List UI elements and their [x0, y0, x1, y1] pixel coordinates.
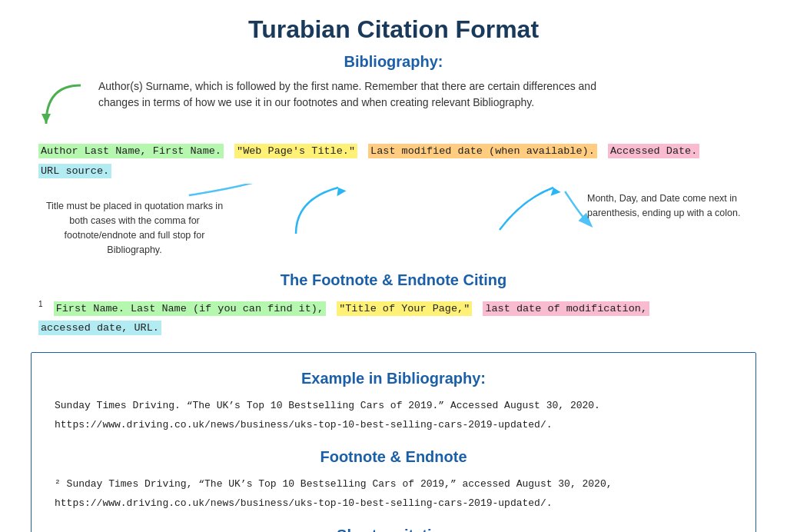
- fn-name-highlight: First Name. Last Name (if you can find i…: [54, 301, 326, 316]
- example-bib-line-1: Sunday Times Driving. “The UK’s Top 10 B…: [55, 397, 732, 414]
- author-name-highlight: Author Last Name, First Name.: [38, 144, 224, 158]
- shorter-citation-title: Shorter citation: [55, 527, 732, 532]
- example-box: Example in Bibliography: Sunday Times Dr…: [31, 352, 756, 532]
- example-bib-text: Sunday Times Driving. “The UK’s Top 10 B…: [55, 397, 732, 434]
- svg-marker-0: [42, 114, 51, 124]
- example-footnote-text: ² Sunday Times Driving, “The UK’s Top 10…: [55, 475, 732, 513]
- bibliography-desc-area: Author(s) Surname, which is followed by …: [31, 78, 756, 135]
- page-title: Turabian Citation Format: [31, 15, 756, 44]
- footnote-format-section: 1 First Name. Last Name (if you can find…: [31, 297, 756, 338]
- arrows-svg: [223, 184, 607, 257]
- bibliography-description: Author(s) Surname, which is followed by …: [98, 78, 621, 111]
- fn-accessed-highlight: accessed date, URL.: [38, 321, 161, 335]
- bibliography-section: Bibliography: Author(s) Surname, which i…: [31, 53, 756, 261]
- example-footnote-title: Footnote & Endnote: [55, 448, 732, 466]
- example-bib-title: Example in Bibliography:: [55, 370, 732, 387]
- footnote-section: The Footnote & Endnote Citing 1 First Na…: [31, 271, 756, 338]
- web-title-highlight: "Web Page's Title.": [234, 144, 357, 158]
- modified-date-highlight: Last modified date (when available).: [368, 144, 597, 158]
- annotation-right: Month, Day, and Date come next in parent…: [587, 191, 749, 221]
- bibliography-format-section: Author Last Name, First Name. "Web Page'…: [31, 141, 756, 181]
- example-footnote-line-2: https://www.driving.co.uk/news/business/…: [55, 494, 732, 512]
- bibliography-title: Bibliography:: [31, 53, 756, 71]
- svg-marker-3: [548, 186, 560, 196]
- page-header: Turabian Citation Format: [31, 15, 756, 44]
- url-source-highlight: URL source.: [38, 164, 111, 178]
- svg-marker-2: [334, 185, 347, 197]
- annotation-left: Title must be placed in quotation marks …: [38, 199, 231, 257]
- annotations-container: Title must be placed in quotation marks …: [38, 184, 749, 261]
- page-container: Turabian Citation Format Bibliography: A…: [31, 15, 756, 532]
- green-arrow-icon: [38, 81, 92, 135]
- fn-modification-highlight: last date of modification,: [483, 301, 649, 316]
- example-footnote-line-1: ² Sunday Times Driving, “The UK’s Top 10…: [55, 475, 732, 493]
- bibliography-format-row: Author Last Name, First Name. "Web Page'…: [38, 141, 749, 181]
- fn-space: [49, 301, 54, 316]
- example-bib-line-2: https://www.driving.co.uk/news/business/…: [55, 416, 732, 434]
- footnote-format-row: 1 First Name. Last Name (if you can find…: [38, 297, 749, 338]
- footnote-title: The Footnote & Endnote Citing: [31, 271, 756, 289]
- space3: [603, 144, 608, 158]
- footnote-superscript: 1: [38, 300, 43, 308]
- accessed-date-highlight: Accessed Date.: [608, 144, 699, 158]
- fn-title-highlight: "Title of Your Page,": [337, 301, 472, 316]
